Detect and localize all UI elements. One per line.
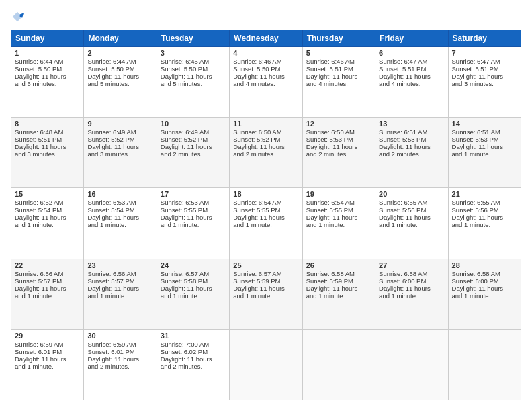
- day-info-line: Sunset: 5:55 PM: [233, 206, 298, 214]
- day-info-line: Daylight: 11 hours: [233, 73, 298, 80]
- day-info-line: and 5 minutes.: [161, 80, 226, 87]
- day-number: 23: [87, 261, 152, 269]
- day-info-line: Sunset: 5:58 PM: [161, 277, 226, 285]
- day-info-line: and 4 minutes.: [233, 80, 298, 87]
- day-info-line: Daylight: 11 hours: [87, 355, 152, 363]
- week-row-5: 29Sunrise: 6:59 AMSunset: 6:01 PMDayligh…: [11, 329, 521, 400]
- logo: [11, 11, 24, 23]
- day-info-line: Daylight: 11 hours: [452, 143, 517, 150]
- calendar-cell: 27Sunrise: 6:58 AMSunset: 6:00 PMDayligh…: [375, 259, 448, 329]
- day-info-line: and 1 minute.: [306, 221, 371, 228]
- day-info-line: Sunset: 6:02 PM: [161, 348, 226, 355]
- day-info-line: Sunset: 5:53 PM: [306, 136, 371, 143]
- day-info-line: and 1 minute.: [15, 292, 80, 300]
- day-info-line: and 1 minute.: [161, 221, 226, 228]
- day-number: 2: [87, 49, 152, 57]
- calendar-cell: 19Sunrise: 6:54 AMSunset: 5:55 PMDayligh…: [302, 188, 375, 259]
- day-info-line: Sunrise: 6:56 AM: [15, 270, 80, 277]
- day-info-line: Daylight: 11 hours: [452, 214, 517, 221]
- day-info-line: Sunrise: 6:57 AM: [233, 270, 298, 277]
- day-info-line: Daylight: 11 hours: [87, 285, 152, 292]
- calendar-cell: 10Sunrise: 6:49 AMSunset: 5:52 PMDayligh…: [157, 118, 229, 188]
- day-number: 13: [379, 120, 444, 128]
- weekday-wednesday: Wednesday: [230, 30, 302, 47]
- day-info-line: Daylight: 11 hours: [15, 355, 80, 363]
- day-info-line: Daylight: 11 hours: [233, 214, 298, 221]
- calendar-cell: [448, 329, 521, 400]
- page: SundayMondayTuesdayWednesdayThursdayFrid…: [0, 0, 532, 411]
- day-info-line: Sunset: 5:54 PM: [15, 206, 80, 214]
- calendar-cell: 8Sunrise: 6:48 AMSunset: 5:51 PMDaylight…: [11, 118, 84, 188]
- day-number: 5: [306, 49, 371, 57]
- day-info-line: Sunset: 5:55 PM: [161, 206, 226, 214]
- day-info-line: Sunrise: 6:53 AM: [87, 199, 152, 206]
- day-info-line: Sunset: 6:00 PM: [452, 277, 517, 285]
- day-info-line: Sunrise: 6:58 AM: [452, 270, 517, 277]
- day-info-line: and 6 minutes.: [15, 80, 80, 87]
- day-number: 19: [306, 190, 371, 198]
- day-info-line: Sunset: 6:01 PM: [87, 348, 152, 355]
- day-info-line: and 3 minutes.: [452, 80, 517, 87]
- day-info-line: Sunrise: 6:50 AM: [306, 128, 371, 136]
- day-info-line: Daylight: 11 hours: [15, 214, 80, 221]
- day-info-line: and 1 minute.: [452, 292, 517, 300]
- day-number: 28: [452, 261, 517, 269]
- day-number: 27: [379, 261, 444, 269]
- calendar-cell: 21Sunrise: 6:55 AMSunset: 5:56 PMDayligh…: [448, 188, 521, 259]
- day-number: 8: [15, 120, 80, 128]
- day-info-line: Sunrise: 6:59 AM: [15, 340, 80, 348]
- day-info-line: Sunrise: 6:57 AM: [161, 270, 226, 277]
- day-number: 4: [233, 49, 298, 57]
- day-info-line: and 1 minute.: [15, 363, 80, 370]
- day-info-line: and 3 minutes.: [87, 150, 152, 158]
- calendar-cell: 15Sunrise: 6:52 AMSunset: 5:54 PMDayligh…: [11, 188, 84, 259]
- day-info-line: Daylight: 11 hours: [233, 143, 298, 150]
- day-info-line: Daylight: 11 hours: [379, 73, 444, 80]
- calendar-cell: 9Sunrise: 6:49 AMSunset: 5:52 PMDaylight…: [84, 118, 157, 188]
- weekday-header-row: SundayMondayTuesdayWednesdayThursdayFrid…: [11, 30, 521, 47]
- day-info-line: Sunset: 5:56 PM: [379, 206, 444, 214]
- day-info-line: Daylight: 11 hours: [306, 143, 371, 150]
- calendar-cell: 18Sunrise: 6:54 AMSunset: 5:55 PMDayligh…: [230, 188, 302, 259]
- calendar-cell: 25Sunrise: 6:57 AMSunset: 5:59 PMDayligh…: [230, 259, 302, 329]
- day-number: 16: [87, 190, 152, 198]
- day-info-line: Sunrise: 7:00 AM: [161, 340, 226, 348]
- day-number: 29: [15, 332, 80, 340]
- day-info-line: Sunrise: 6:46 AM: [233, 58, 298, 65]
- calendar-cell: 1Sunrise: 6:44 AMSunset: 5:50 PMDaylight…: [11, 47, 84, 118]
- day-info-line: and 2 minutes.: [161, 150, 226, 158]
- calendar-cell: 28Sunrise: 6:58 AMSunset: 6:00 PMDayligh…: [448, 259, 521, 329]
- day-info-line: Sunset: 5:57 PM: [15, 277, 80, 285]
- day-info-line: Sunset: 5:55 PM: [306, 206, 371, 214]
- week-row-4: 22Sunrise: 6:56 AMSunset: 5:57 PMDayligh…: [11, 259, 521, 329]
- day-info-line: Sunrise: 6:51 AM: [452, 128, 517, 136]
- day-number: 31: [161, 332, 226, 340]
- calendar-cell: 16Sunrise: 6:53 AMSunset: 5:54 PMDayligh…: [84, 188, 157, 259]
- day-info-line: and 2 minutes.: [306, 150, 371, 158]
- day-info-line: Sunset: 5:51 PM: [15, 136, 80, 143]
- weekday-sunday: Sunday: [11, 30, 84, 47]
- day-info-line: Sunrise: 6:44 AM: [87, 58, 152, 65]
- weekday-tuesday: Tuesday: [157, 30, 229, 47]
- day-number: 24: [161, 261, 226, 269]
- day-info-line: and 2 minutes.: [379, 150, 444, 158]
- weekday-saturday: Saturday: [448, 30, 521, 47]
- day-info-line: Sunrise: 6:47 AM: [452, 58, 517, 65]
- day-info-line: Daylight: 11 hours: [87, 73, 152, 80]
- calendar-cell: 5Sunrise: 6:46 AMSunset: 5:51 PMDaylight…: [302, 47, 375, 118]
- day-number: 10: [161, 120, 226, 128]
- day-number: 25: [233, 261, 298, 269]
- day-info-line: Daylight: 11 hours: [87, 214, 152, 221]
- day-info-line: Sunrise: 6:59 AM: [87, 340, 152, 348]
- day-info-line: Sunset: 5:50 PM: [161, 65, 226, 73]
- day-info-line: and 3 minutes.: [15, 150, 80, 158]
- day-info-line: Sunset: 5:50 PM: [87, 65, 152, 73]
- day-number: 20: [379, 190, 444, 198]
- day-info-line: Sunrise: 6:50 AM: [233, 128, 298, 136]
- calendar-cell: 31Sunrise: 7:00 AMSunset: 6:02 PMDayligh…: [157, 329, 229, 400]
- day-number: 11: [233, 120, 298, 128]
- day-info-line: Daylight: 11 hours: [379, 214, 444, 221]
- calendar-cell: 4Sunrise: 6:46 AMSunset: 5:50 PMDaylight…: [230, 47, 302, 118]
- day-info-line: Daylight: 11 hours: [87, 143, 152, 150]
- day-info-line: Sunset: 5:51 PM: [379, 65, 444, 73]
